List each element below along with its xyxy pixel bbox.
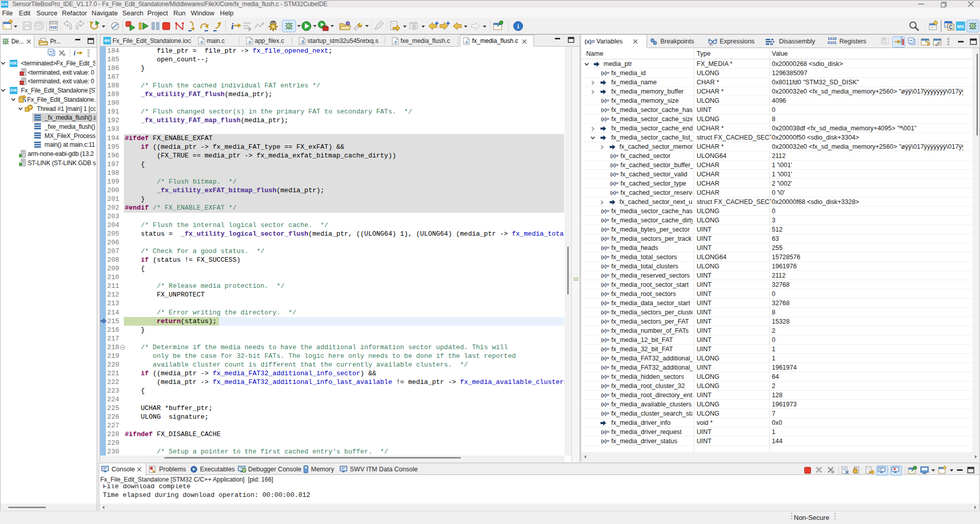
svg-text:.c: .c — [393, 39, 397, 44]
svg-text:x=: x= — [709, 43, 713, 47]
svg-text:i: i — [231, 21, 234, 31]
svg-text:.c: .c — [464, 39, 469, 44]
svg-text:i: i — [74, 49, 76, 57]
svg-text:010: 010 — [50, 25, 57, 30]
svg-text:C: C — [949, 25, 952, 30]
svg-text:i: i — [517, 22, 519, 30]
svg-text:MX: MX — [957, 24, 964, 29]
svg-text:.c: .c — [199, 39, 204, 44]
svg-text:.S: .S — [300, 39, 305, 44]
svg-text:.c: .c — [248, 39, 252, 44]
